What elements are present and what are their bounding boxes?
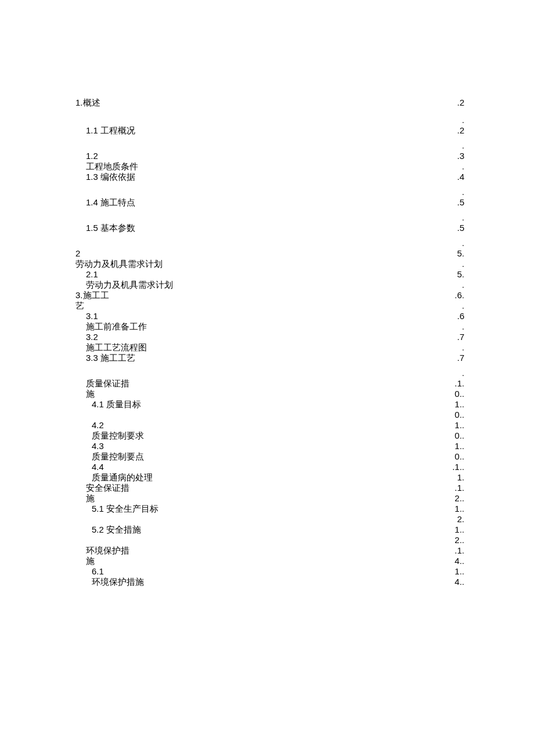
toc-page: 4..: [441, 577, 464, 587]
toc-item-5-2: 5.2 安全措施 1..: [75, 525, 464, 535]
toc-page: 0..: [441, 431, 464, 441]
toc-label: 工程地质条件: [75, 161, 138, 172]
toc-label: 安全保证措: [75, 483, 129, 493]
toc-label: 1.1 工程概况: [75, 125, 135, 136]
toc-page: .3: [441, 151, 464, 161]
toc-label: 施: [75, 389, 95, 399]
toc-item-1-5: 1.5 基本参数 .5: [75, 223, 464, 233]
toc-item-2: 2 5.: [75, 248, 464, 259]
toc-item-3-2: 3.2 .7: [75, 332, 464, 342]
toc-label: 劳动力及机具需求计划: [75, 259, 163, 269]
toc-dot: .: [75, 187, 464, 197]
toc-label: 施: [75, 556, 95, 566]
toc-page: 2.: [441, 514, 464, 525]
toc-item-2-1b: 劳动力及机具需求计划 .: [75, 280, 464, 290]
toc-dot: .: [75, 238, 464, 248]
toc-page: .2: [441, 97, 464, 108]
toc-dot: .: [75, 140, 464, 151]
toc-page: 5.: [441, 248, 464, 259]
toc-page: .6: [441, 311, 464, 321]
toc-item-4-4b: 质量通病的处理 1.: [75, 472, 464, 483]
toc-page: 1..: [441, 525, 464, 535]
toc-item-1: 1.概述 .2: [75, 97, 464, 108]
toc-item-5-1b: 2.: [75, 514, 464, 525]
toc-item-6: 环境保护措 .1.: [75, 545, 464, 556]
toc-label: 施工前准备工作: [75, 321, 147, 332]
toc-label: 2.1: [75, 269, 98, 280]
toc-dot: .: [75, 212, 464, 223]
toc-label: 3.1: [75, 311, 98, 321]
toc-page: .4: [441, 172, 464, 182]
toc-page: 0..: [441, 410, 464, 420]
toc-dot: .: [75, 115, 464, 125]
toc-label: 艺: [75, 301, 84, 311]
toc-label: 4.3: [75, 441, 104, 451]
toc-label: 4.1 质量目标: [75, 399, 141, 410]
toc-page: .: [441, 161, 464, 172]
toc-page: .: [441, 368, 464, 378]
toc-page: .1.: [441, 378, 464, 389]
toc-item-4-1b: 0..: [75, 410, 464, 420]
toc-label: 环境保护措施: [75, 577, 144, 587]
toc-label: 施工工艺流程图: [75, 342, 147, 353]
toc-item-1-4: 1.4 施工特点 .5: [75, 197, 464, 208]
toc-dot: .: [75, 368, 464, 378]
toc-page: .6.: [441, 290, 464, 301]
toc-item-4-3: 4.3 1..: [75, 441, 464, 451]
toc-page: .: [441, 259, 464, 269]
toc-page: .: [441, 115, 464, 125]
toc-page: 1..: [441, 420, 464, 431]
toc-label: 5.1 安全生产目标: [75, 504, 158, 514]
toc-page: 5.: [441, 269, 464, 280]
toc-item-4: 质量保证措 .1.: [75, 378, 464, 389]
toc-item-4-2b: 质量控制要求 0..: [75, 431, 464, 441]
toc-item-1-1: 1.1 工程概况 .2: [75, 125, 464, 136]
toc-page: 2..: [441, 493, 464, 504]
toc-item-3b: 艺 .: [75, 301, 464, 311]
toc-item-3-2b: 施工工艺流程图 .: [75, 342, 464, 353]
toc-page: 1..: [441, 566, 464, 577]
toc-item-3-1: 3.1 .6: [75, 311, 464, 321]
toc-page: .1.: [441, 545, 464, 556]
toc-page: 4..: [441, 556, 464, 566]
toc-item-4-4: 4.4 .1..: [75, 462, 464, 472]
toc-page: 1..: [441, 441, 464, 451]
toc-item-3-1b: 施工前准备工作 .: [75, 321, 464, 332]
toc-item-4-1: 4.1 质量目标 1..: [75, 399, 464, 410]
toc-item-5: 安全保证措 .1.: [75, 483, 464, 493]
toc-page: 1.: [441, 472, 464, 483]
toc-label: 3.2: [75, 332, 98, 342]
toc-item-6-1: 6.1 1..: [75, 566, 464, 577]
toc-page: .: [441, 212, 464, 223]
toc-label: 环境保护措: [75, 545, 129, 556]
toc-item-1-2: 1.2 .3: [75, 151, 464, 161]
toc-page: .5: [441, 197, 464, 208]
toc-page: .7: [441, 332, 464, 342]
toc-container: 1.概述 .2 . 1.1 工程概况 .2 . 1.2 .3 工程地质条件 . …: [75, 97, 464, 587]
toc-label: 1.概述: [75, 97, 100, 108]
toc-page: .5: [441, 223, 464, 233]
toc-item-6b: 施 4..: [75, 556, 464, 566]
toc-item-2b: 劳动力及机具需求计划 .: [75, 259, 464, 269]
toc-label: 1.2: [75, 151, 98, 161]
toc-label: 3.3 施工工艺: [75, 353, 135, 363]
toc-page: .: [441, 321, 464, 332]
toc-item-4-2: 4.2 1..: [75, 420, 464, 431]
toc-page: .: [441, 280, 464, 290]
toc-page: .: [441, 140, 464, 151]
toc-page: 2..: [441, 535, 464, 545]
toc-label: 质量控制要点: [75, 451, 144, 462]
toc-item-5-1: 5.1 安全生产目标 1..: [75, 504, 464, 514]
toc-item-1-3: 1.3 编依依据 .4: [75, 172, 464, 182]
toc-page: .: [441, 342, 464, 353]
toc-page: .1.: [441, 483, 464, 493]
toc-page: 1..: [441, 504, 464, 514]
toc-label: 1.5 基本参数: [75, 223, 135, 233]
toc-label: 3.施工工: [75, 290, 109, 301]
toc-item-1-2b: 工程地质条件 .: [75, 161, 464, 172]
toc-label: 2: [75, 248, 80, 259]
toc-item-4b: 施 0..: [75, 389, 464, 399]
toc-page: .1..: [441, 462, 464, 472]
toc-item-2-1: 2.1 5.: [75, 269, 464, 280]
toc-page: 1..: [441, 399, 464, 410]
